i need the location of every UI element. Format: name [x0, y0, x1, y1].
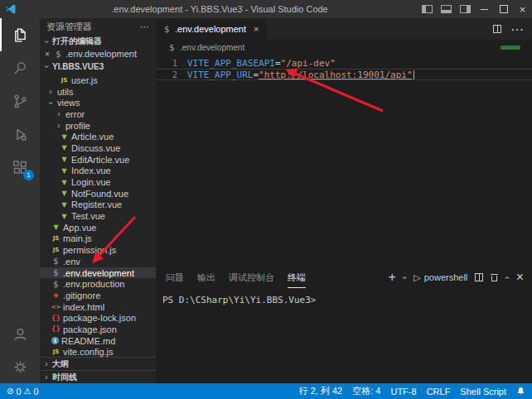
tree-item-.gitignore[interactable]: ◆.gitignore [40, 290, 156, 301]
file-label: profile [65, 121, 90, 131]
git-file-icon: ◆ [51, 291, 60, 299]
tree-item-Register.vue[interactable]: ▼Register.vue [40, 200, 156, 211]
more-actions-icon[interactable]: ⋯ [510, 22, 524, 37]
tree-item-App.vue[interactable]: ▼App.vue [40, 222, 156, 233]
kill-terminal-icon[interactable] [491, 273, 498, 281]
operator-token: = [275, 58, 281, 69]
close-window-button[interactable]: × [513, 0, 532, 18]
tab-env-development[interactable]: $ .env.development × [156, 18, 266, 40]
file-label: NotFound.vue [71, 189, 128, 199]
code-line-1[interactable]: 1VITE_APP_BASEAPI="/api-dev" [156, 57, 532, 69]
tree-item-views[interactable]: ›views [40, 97, 156, 108]
env-file-icon: $ [51, 268, 60, 277]
tree-item-package-lock.json[interactable]: {}package-lock.json [40, 312, 156, 324]
maximize-panel-icon[interactable]: › [502, 276, 511, 278]
explorer-icon[interactable] [0, 18, 40, 51]
html-file-icon: <> [51, 304, 60, 310]
file-label: utils [57, 87, 74, 97]
tree-item-.env.production[interactable]: $.env.production [40, 278, 156, 290]
search-icon[interactable] [0, 51, 40, 84]
vscode-logo-icon [0, 3, 22, 15]
toggle-panel-icon[interactable] [437, 0, 456, 18]
tree-item-EditArticle.vue[interactable]: ▼EditArticle.vue [40, 154, 156, 166]
maximize-button[interactable] [494, 0, 513, 18]
run-debug-icon[interactable] [0, 118, 40, 151]
vue-file-icon: ▼ [60, 201, 69, 209]
outline-section-header[interactable]: › 大纲 [40, 357, 156, 370]
open-editors-header[interactable]: › 打开的编辑器 [40, 35, 156, 48]
close-icon[interactable]: × [45, 50, 51, 59]
close-tab-icon[interactable]: × [254, 24, 259, 34]
new-terminal-icon[interactable]: + [389, 270, 396, 285]
warning-icon: ⚠ [24, 387, 31, 396]
tree-item-Index.vue[interactable]: ▼Index.vue [40, 166, 156, 177]
vue-file-icon: ▼ [60, 144, 69, 151]
project-section-header[interactable]: › YI.BBS.VUE3 [40, 60, 156, 73]
file-label: vite.config.js [63, 347, 114, 357]
file-label: .gitignore [63, 291, 100, 300]
tree-item-index.html[interactable]: <>index.html [40, 301, 156, 313]
file-label: user.js [71, 75, 98, 85]
encoding-status[interactable]: UTF-8 [390, 387, 416, 397]
url-string-token: "http://localhost:19001/api" [259, 70, 412, 80]
editor-tab-bar: $ .env.development × ⋯ [156, 18, 532, 40]
toggle-secondary-sidebar-icon[interactable] [456, 0, 475, 18]
tree-item-package.json[interactable]: {}package.json [40, 324, 156, 335]
panel-tab-问题[interactable]: 问题 [166, 267, 184, 288]
close-panel-icon[interactable]: × [516, 270, 524, 285]
extensions-badge: 1 [23, 170, 34, 180]
tree-item-utils[interactable]: ›utils [40, 86, 156, 98]
vue-file-icon: ▼ [51, 224, 60, 231]
more-actions-icon[interactable]: ⋯ [140, 22, 149, 32]
account-icon[interactable] [0, 317, 40, 350]
tree-item-README.md[interactable]: iREADME.md [40, 335, 156, 347]
tree-item-.env.development[interactable]: $.env.development [40, 267, 156, 279]
notifications-bell-icon[interactable] [516, 387, 525, 396]
minimize-button[interactable] [475, 0, 494, 18]
tree-item-permission.js[interactable]: JSpermission.js [40, 244, 156, 256]
file-label: error [65, 109, 85, 119]
errors-status[interactable]: ⊘ 0 ⚠ 0 [7, 387, 39, 397]
settings-gear-icon[interactable] [0, 350, 40, 383]
tree-item-profile[interactable]: ›profile [40, 120, 156, 132]
chevron-down-icon[interactable]: › [400, 276, 409, 278]
tree-item-main.js[interactable]: JSmain.js [40, 233, 156, 245]
vue-file-icon: ▼ [60, 167, 69, 175]
code-editor[interactable]: 1VITE_APP_BASEAPI="/api-dev"2VITE_APP_UR… [156, 55, 532, 269]
cursor-position-status[interactable]: 行 2, 列 42 [299, 385, 343, 397]
tree-item-NotFound.vue[interactable]: ▼NotFound.vue [40, 188, 156, 200]
source-control-icon[interactable] [0, 84, 40, 118]
eol-status[interactable]: CRLF [427, 387, 451, 397]
split-terminal-icon[interactable] [475, 273, 483, 281]
js-file-icon: JS [51, 247, 60, 253]
breadcrumb[interactable]: $ .env.development [156, 40, 532, 55]
chevron-right-icon: › [46, 87, 55, 96]
tree-item-Test.vue[interactable]: ▼Test.vue [40, 210, 156, 222]
panel-tab-终端[interactable]: 终端 [288, 267, 306, 288]
open-editor-item[interactable]: × $ .env.development [40, 48, 156, 60]
code-line-2[interactable]: 2VITE_APP_URL="http://localhost:19001/ap… [156, 69, 532, 80]
env-variable-token: VITE_APP_BASEAPI [187, 58, 275, 69]
tree-item-Login.vue[interactable]: ▼Login.vue [40, 176, 156, 188]
extensions-icon[interactable]: 1 [0, 151, 40, 184]
npm-file-icon: {} [51, 325, 60, 333]
tree-item-Article.vue[interactable]: ▼Article.vue [40, 131, 156, 142]
title-bar: .env.development - Yi.BBS.Vue3 - Visual … [0, 0, 532, 18]
tree-item-Discuss.vue[interactable]: ▼Discuss.vue [40, 142, 156, 154]
tree-item-.env[interactable]: $.env [40, 256, 156, 267]
tree-item-user.js[interactable]: JSuser.js [40, 75, 156, 86]
tree-item-error[interactable]: ›error [40, 108, 156, 120]
bottom-panel: 问题输出调试控制台终端 + › ▷ powershell › × PS D:\C… [156, 267, 532, 383]
tab-label: .env.development [175, 24, 246, 34]
language-mode-status[interactable]: Shell Script [460, 387, 506, 397]
toggle-sidebar-icon[interactable] [418, 0, 437, 18]
file-label: package-lock.json [63, 313, 136, 323]
shell-selector[interactable]: ▷ powershell [414, 272, 467, 283]
timeline-section-header[interactable]: › 时间线 [40, 370, 156, 383]
indentation-status[interactable]: 空格: 4 [352, 385, 380, 397]
panel-tab-调试控制台[interactable]: 调试控制台 [229, 267, 274, 288]
window-controls: × [418, 0, 532, 18]
terminal-output[interactable]: PS D:\CSharp\Yi\Yi.BBS.Vue3> [156, 288, 532, 305]
panel-tab-输出[interactable]: 输出 [197, 267, 215, 288]
split-editor-icon[interactable] [493, 25, 501, 33]
